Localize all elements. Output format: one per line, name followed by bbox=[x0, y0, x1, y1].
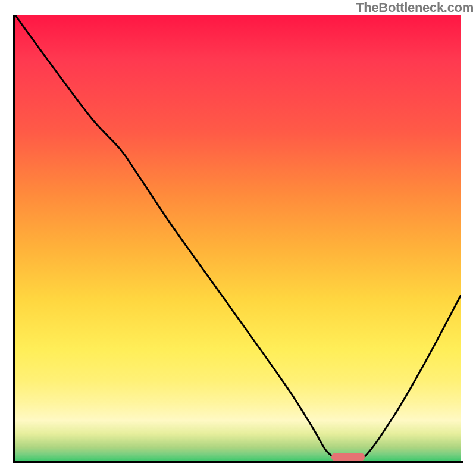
y-axis bbox=[13, 15, 15, 463]
x-axis bbox=[13, 461, 463, 463]
minimum-marker bbox=[331, 453, 365, 461]
plot-area bbox=[15, 15, 461, 461]
chart-stage: TheBottleneck.com bbox=[0, 0, 476, 476]
watermark-label: TheBottleneck.com bbox=[356, 0, 474, 15]
